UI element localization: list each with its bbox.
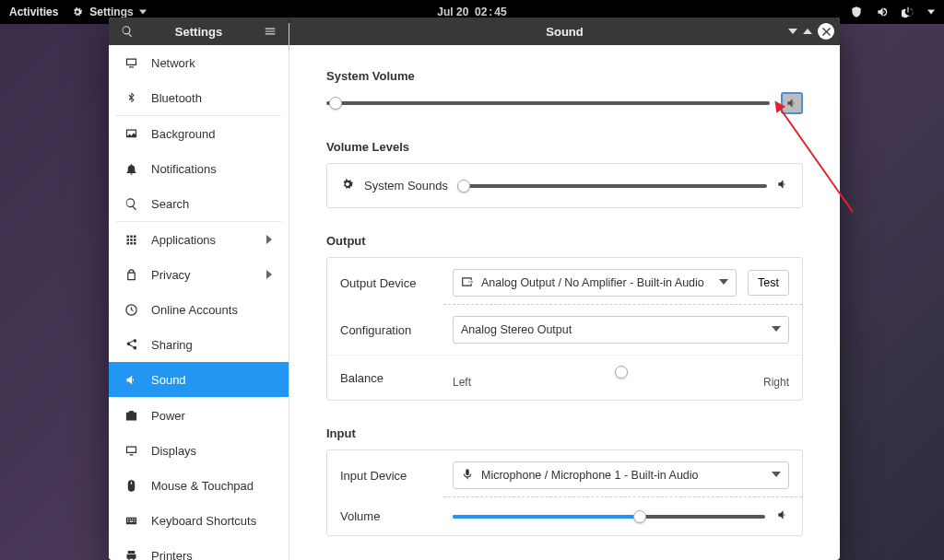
sidebar-item-sound[interactable]: Sound [109,362,289,397]
bell-icon [124,161,138,176]
sidebar-item-notifications[interactable]: Notifications [109,151,289,186]
sidebar-item-label: Keyboard Shortcuts [151,514,256,528]
sidebar-item-label: Sound [151,373,186,387]
search-icon [121,25,134,38]
sidebar-item-bluetooth[interactable]: Bluetooth [109,80,289,115]
sidebar-item-keyboard-shortcuts[interactable]: Keyboard Shortcuts [109,503,289,538]
hamburger-icon [264,25,277,38]
speaker-icon [776,508,789,524]
gear-icon [340,177,355,194]
background-icon [124,126,138,141]
system-sounds-slider[interactable] [457,184,767,188]
card-icon [461,275,474,291]
sidebar-item-label: Applications [151,233,216,247]
sidebar-item-label: Privacy [151,268,191,282]
output-device-dropdown[interactable]: Analog Output / No Amplifier - Built-in … [453,269,737,297]
app-menu[interactable]: Settings [71,6,146,18]
sidebar-item-applications[interactable]: Applications [109,222,289,257]
configuration-value: Analog Stereo Output [461,323,572,336]
sidebar-item-background[interactable]: Background [109,116,289,151]
sidebar-item-power[interactable]: Power [109,398,289,433]
system-volume-slider[interactable] [326,101,770,105]
input-device-label: Input Device [340,469,442,483]
sidebar-item-label: Background [151,127,215,141]
configuration-dropdown[interactable]: Analog Stereo Output [453,316,789,344]
apps-icon [124,232,138,247]
sidebar-item-network[interactable]: Network [109,45,289,80]
configuration-label: Configuration [340,323,442,337]
close-icon [822,28,831,36]
keyboard-icon [124,513,138,528]
activities-button[interactable]: Activities [9,6,58,18]
minimize-button[interactable] [788,25,797,39]
sidebar-item-sharing[interactable]: Sharing [109,327,289,362]
sidebar-item-label: Network [151,56,195,70]
balance-label: Balance [340,371,442,385]
sidebar-item-online-accounts[interactable]: Online Accounts [109,292,289,327]
input-volume-slider[interactable] [453,515,765,519]
sidebar-item-label: Mouse & Touchpad [151,479,254,493]
speaker-icon [124,372,138,387]
chevron-right-icon [265,268,274,282]
privacy-icon [124,267,138,282]
dropdown-arrow-icon[interactable] [927,8,935,16]
chevron-down-icon [719,276,728,289]
chevron-up-icon [803,27,812,36]
search-icon [124,196,138,211]
volume-icon[interactable] [876,6,889,18]
balance-left-label: Left [453,376,471,389]
system-sounds-label: System Sounds [364,179,448,192]
settings-window: Settings Sound NetworkBluetoothBackgroun… [109,18,840,560]
power-icon [124,408,138,423]
sidebar-title: Settings [175,25,222,39]
input-device-dropdown[interactable]: Microphone / Microphone 1 - Built-in Aud… [453,461,789,489]
sidebar-item-search[interactable]: Search [109,186,289,221]
speaker-icon [785,97,798,110]
share-icon [124,337,138,352]
speaker-icon [776,178,789,193]
close-button[interactable] [818,23,834,40]
sidebar: NetworkBluetoothBackgroundNotificationsS… [109,45,289,560]
sidebar-item-displays[interactable]: Displays [109,433,289,468]
sidebar-item-label: Sharing [151,338,193,352]
headerbar: Settings Sound [109,18,840,45]
input-device-value: Microphone / Microphone 1 - Built-in Aud… [481,469,699,482]
balance-right-label: Right [763,376,789,389]
sidebar-item-mouse-touchpad[interactable]: Mouse & Touchpad [109,468,289,503]
input-title: Input [326,426,803,440]
sidebar-item-printers[interactable]: Printers [109,538,289,560]
main-content: System Volume Volume Levels System Sound… [289,45,840,560]
volume-levels-title: Volume Levels [326,140,803,154]
menu-button[interactable] [259,20,281,42]
chevron-down-icon [788,27,797,36]
test-button[interactable]: Test [748,270,789,296]
clock[interactable]: Jul 20 02:45 [437,6,506,18]
mute-toggle[interactable] [781,92,803,114]
dropdown-arrow-icon [139,8,147,16]
screen-icon [124,55,138,70]
sidebar-item-privacy[interactable]: Privacy [109,257,289,292]
sidebar-item-label: Notifications [151,162,217,176]
chevron-down-icon [772,323,781,336]
search-button[interactable] [116,20,138,42]
system-volume-title: System Volume [326,69,803,83]
input-volume-label: Volume [340,509,442,523]
mouse-icon [124,478,138,493]
shield-icon[interactable] [850,6,863,18]
sidebar-item-label: Search [151,197,189,211]
bluetooth-icon [124,90,138,105]
maximize-button[interactable] [803,25,812,39]
displays-icon [124,443,138,458]
sidebar-item-label: Online Accounts [151,303,238,317]
power-icon[interactable] [902,6,914,18]
sidebar-item-label: Bluetooth [151,91,202,105]
sidebar-item-label: Printers [151,549,193,561]
printer-icon [124,548,138,560]
sidebar-item-label: Power [151,409,185,423]
output-title: Output [326,234,803,248]
online-icon [124,302,138,317]
gear-icon [71,6,84,18]
sidebar-item-label: Displays [151,444,196,458]
microphone-icon [461,468,474,484]
chevron-down-icon [772,469,781,482]
